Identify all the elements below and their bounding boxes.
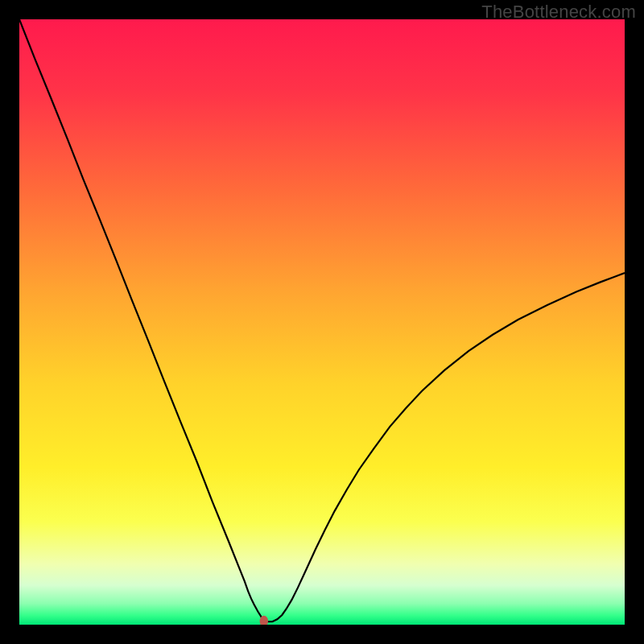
- plot-area: [19, 19, 625, 625]
- chart-container: TheBottleneck.com: [0, 0, 644, 644]
- watermark-text: TheBottleneck.com: [481, 2, 636, 23]
- chart-svg: [19, 19, 625, 625]
